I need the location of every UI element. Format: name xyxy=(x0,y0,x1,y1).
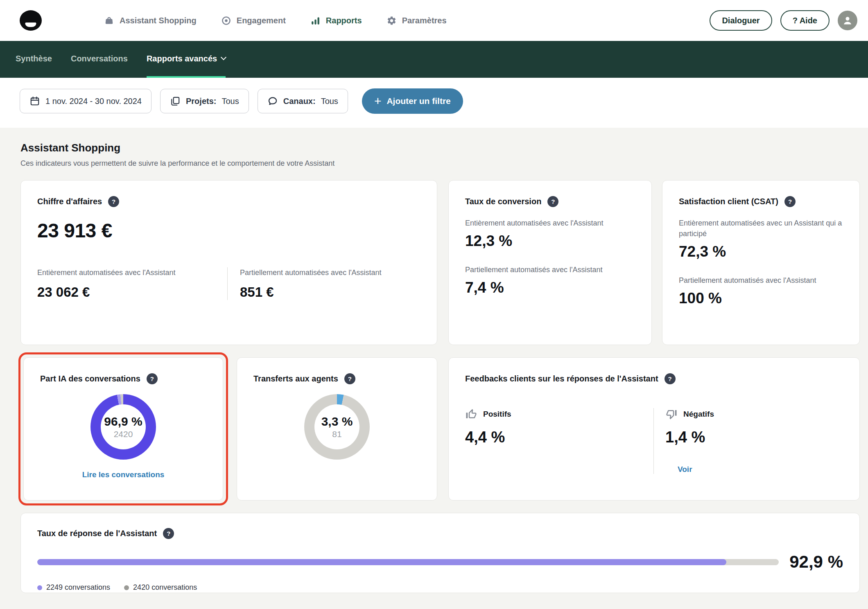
projects-icon xyxy=(170,96,181,106)
card-feedbacks-clients: Feedbacks clients sur les réponses de l'… xyxy=(448,357,860,501)
brand-logo[interactable] xyxy=(20,10,42,31)
response-rate-fill xyxy=(37,559,726,565)
tab-synthese[interactable]: Synthèse xyxy=(16,41,52,78)
card-transferts-agents: Transferts aux agents 3,3 % 81 xyxy=(237,357,437,501)
card-title: Part IA des conversations xyxy=(40,374,140,383)
page-title: Assistant Shopping xyxy=(20,142,860,154)
plus-icon xyxy=(374,95,382,107)
thumbs-up-icon xyxy=(465,408,477,420)
card-title: Taux de réponse de l'Assistant xyxy=(37,529,157,538)
stat-value: 100 % xyxy=(679,290,843,307)
card-title: Feedbacks clients sur les réponses de l'… xyxy=(465,374,658,383)
shopping-bag-icon xyxy=(104,16,114,26)
help-icon[interactable] xyxy=(344,373,355,384)
card-title: Chiffre d'affaires xyxy=(37,197,102,206)
tab-conversations[interactable]: Conversations xyxy=(71,41,128,78)
card-satisfaction-csat: Satisfaction client (CSAT) Entièrement a… xyxy=(662,180,860,345)
projects-label: Projets: xyxy=(186,97,216,106)
tab-rapports-avances[interactable]: Rapports avancés xyxy=(147,41,226,78)
nav-item-label: Assistant Shopping xyxy=(120,16,197,25)
donut-value: 96,9 % xyxy=(104,415,142,429)
voir-link[interactable]: Voir xyxy=(678,465,692,474)
tab-label: Conversations xyxy=(71,54,128,63)
tab-label: Synthèse xyxy=(16,54,52,63)
cards-row-3: Taux de réponse de l'Assistant 92,9 % 22… xyxy=(20,513,860,593)
donut-count: 81 xyxy=(332,429,341,439)
filter-bar: 1 nov. 2024 - 30 nov. 2024 Projets: Tous… xyxy=(0,78,868,128)
calendar-icon xyxy=(29,96,40,106)
card-title: Transferts aux agents xyxy=(253,374,338,383)
person-icon xyxy=(841,14,854,27)
nav-item-rapports[interactable]: Rapports xyxy=(310,16,362,26)
stat-value: 23 062 € xyxy=(37,284,227,300)
nav-item-label: Engagement xyxy=(237,16,286,25)
add-filter-label: Ajouter un filtre xyxy=(387,96,450,106)
legend-label: 2249 conversations xyxy=(46,583,110,592)
projects-filter[interactable]: Projets: Tous xyxy=(160,89,249,113)
smiley-icon xyxy=(25,23,36,27)
avatar[interactable] xyxy=(838,11,857,30)
stat-label: Entièrement automatisées avec un Assista… xyxy=(679,218,843,239)
card-part-ia-conversations: Part IA des conversations 96,9 % 2420 Li… xyxy=(23,357,223,501)
lire-conversations-link[interactable]: Lire les conversations xyxy=(40,470,206,479)
nav-item-label: Paramètres xyxy=(402,16,447,25)
top-navbar: Assistant Shopping Engagement Rapports P… xyxy=(0,0,868,41)
stat-label: Partiellement automatisés avec l'Assista… xyxy=(679,275,843,286)
stat-value: 851 € xyxy=(240,284,382,300)
channels-filter[interactable]: Canaux: Tous xyxy=(258,89,348,113)
stat-value: 12,3 % xyxy=(465,232,635,250)
date-range-value: 1 nov. 2024 - 30 nov. 2024 xyxy=(45,97,142,106)
help-icon[interactable] xyxy=(784,196,796,207)
channels-label: Canaux: xyxy=(283,97,316,106)
cards-row-1: Chiffre d'affaires 23 913 € Entièrement … xyxy=(20,180,860,345)
channels-value: Tous xyxy=(321,97,338,106)
response-rate-legend: 2249 conversations 2420 conversations xyxy=(37,583,843,592)
card-chiffre-affaires: Chiffre d'affaires 23 913 € Entièrement … xyxy=(20,180,437,345)
help-icon[interactable] xyxy=(547,196,558,207)
legend-dot-gray xyxy=(124,585,129,590)
revenue-total: 23 913 € xyxy=(37,219,420,242)
gear-icon xyxy=(387,16,397,26)
negatifs-value: 1,4 % xyxy=(665,429,714,446)
cards-row-2: Part IA des conversations 96,9 % 2420 Li… xyxy=(20,357,860,501)
topnav-actions: Dialoguer ? Aide xyxy=(710,10,857,31)
response-rate-value: 92,9 % xyxy=(789,552,843,572)
legend-label: 2420 conversations xyxy=(133,583,197,592)
nav-item-assistant-shopping[interactable]: Assistant Shopping xyxy=(104,16,197,26)
nav-item-label: Rapports xyxy=(326,16,362,25)
positifs-label: Positifs xyxy=(483,410,511,419)
response-rate-bar xyxy=(37,559,779,565)
help-icon[interactable] xyxy=(665,373,676,384)
bar-chart-icon xyxy=(310,16,321,26)
dialoguer-button[interactable]: Dialoguer xyxy=(710,10,772,31)
nav-item-parametres[interactable]: Paramètres xyxy=(387,16,447,26)
legend-dot-purple xyxy=(37,585,42,590)
add-filter-button[interactable]: Ajouter un filtre xyxy=(362,88,463,114)
help-icon[interactable] xyxy=(147,373,158,384)
main-content: Assistant Shopping Ces indicateurs vous … xyxy=(0,128,868,593)
transferts-donut-chart: 3,3 % 81 xyxy=(304,394,370,460)
help-icon[interactable] xyxy=(108,196,119,207)
chat-bubble-icon xyxy=(267,96,278,106)
target-icon xyxy=(221,16,231,26)
stat-label: Entièrement automatisées avec l'Assistan… xyxy=(37,267,227,278)
donut-value: 3,3 % xyxy=(321,415,353,429)
help-icon[interactable] xyxy=(163,528,174,539)
stat-label: Entièrement automatisées avec l'Assistan… xyxy=(465,218,635,228)
stat-label: Partiellement automatisés avec l'Assista… xyxy=(465,264,635,275)
positifs-value: 4,4 % xyxy=(465,429,653,446)
nav-item-engagement[interactable]: Engagement xyxy=(221,16,286,26)
negatifs-label: Négatifs xyxy=(683,410,714,419)
part-ia-donut-chart: 96,9 % 2420 xyxy=(90,394,156,460)
stat-label: Partiellement automatisées avec l'Assist… xyxy=(240,267,382,278)
page-subtitle: Ces indicateurs vous permettent de suivr… xyxy=(20,159,860,168)
stat-value: 7,4 % xyxy=(465,279,635,296)
card-title: Satisfaction client (CSAT) xyxy=(679,197,778,206)
subnav-tabs: Synthèse Conversations Rapports avancés xyxy=(0,41,868,78)
stat-value: 72,3 % xyxy=(679,243,843,260)
date-range-filter[interactable]: 1 nov. 2024 - 30 nov. 2024 xyxy=(20,89,151,113)
aide-button[interactable]: ? Aide xyxy=(780,10,830,31)
thumbs-down-icon xyxy=(665,408,678,420)
projects-value: Tous xyxy=(222,97,239,106)
card-taux-conversion: Taux de conversion Entièrement automatis… xyxy=(448,180,652,345)
